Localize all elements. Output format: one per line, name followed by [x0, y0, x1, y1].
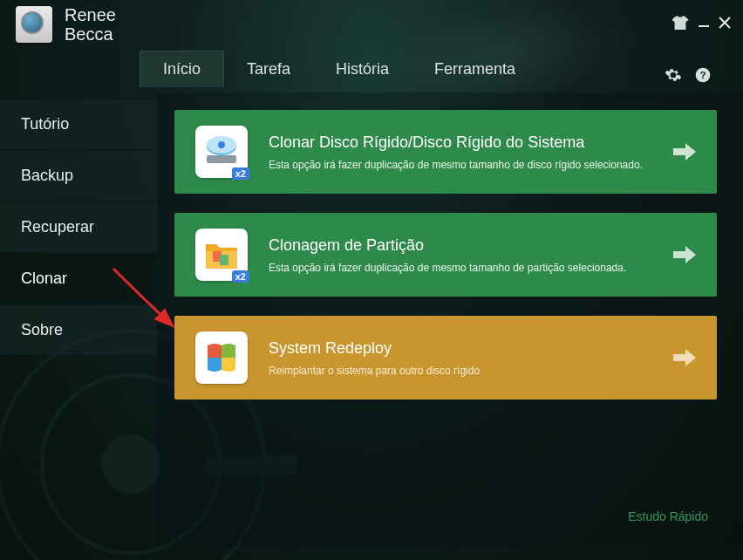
- partition-clone-icon: x2: [195, 229, 248, 281]
- content-area: Tutório Backup Recuperar Clonar Sobre x2: [0, 92, 743, 546]
- skin-icon[interactable]: [671, 16, 689, 33]
- app-title-line2: Becca: [65, 24, 116, 44]
- nav-tab-historia[interactable]: História: [313, 51, 412, 87]
- card-desc: Reimplantar o sistema para outro disco r…: [269, 365, 673, 377]
- card-clone-partition[interactable]: x2 Clonagem de Partição Esta opção irá f…: [174, 213, 717, 297]
- close-button[interactable]: [719, 17, 731, 32]
- sidebar-item-sobre[interactable]: Sobre: [0, 305, 157, 355]
- svg-rect-10: [207, 155, 236, 163]
- app-title-line1: Renee: [65, 5, 116, 24]
- card-clone-disk[interactable]: x2 Clonar Disco Rígido/Disco Rígido do S…: [174, 110, 717, 194]
- card-title: Clonar Disco Rígido/Disco Rígido do Sist…: [269, 133, 673, 152]
- app-logo-icon: [16, 6, 52, 43]
- card-system-redeploy[interactable]: System Redeploy Reimplantar o sistema pa…: [174, 316, 717, 400]
- sidebar-item-clonar[interactable]: Clonar: [0, 254, 157, 304]
- main-nav: Início Tarefa História Ferramenta ?: [0, 51, 743, 87]
- quick-study-link[interactable]: Estudo Rápido: [628, 509, 708, 523]
- title-bar: Renee Becca: [0, 0, 743, 47]
- svg-point-9: [218, 141, 225, 148]
- windows-icon: [195, 331, 248, 384]
- sidebar: Tutório Backup Recuperar Clonar Sobre: [0, 92, 157, 546]
- badge-x2: x2: [232, 167, 249, 180]
- svg-rect-4: [699, 25, 709, 27]
- sidebar-item-recuperar[interactable]: Recuperar: [0, 202, 157, 252]
- sidebar-item-backup[interactable]: Backup: [0, 151, 157, 201]
- svg-text:?: ?: [699, 69, 706, 80]
- window-controls: [671, 16, 731, 33]
- card-title: System Redeploy: [269, 339, 673, 358]
- nav-tab-tarefa[interactable]: Tarefa: [224, 51, 313, 87]
- nav-right-icons: ?: [665, 66, 717, 87]
- main-panel: x2 Clonar Disco Rígido/Disco Rígido do S…: [157, 92, 743, 546]
- card-title: Clonagem de Partição: [269, 236, 673, 255]
- card-text: System Redeploy Reimplantar o sistema pa…: [269, 339, 673, 377]
- disk-clone-icon: x2: [195, 126, 248, 178]
- arrow-right-icon: [673, 143, 696, 160]
- app-window: Renee Becca Início Tarefa História Ferra…: [0, 0, 743, 560]
- help-icon[interactable]: ?: [694, 66, 712, 87]
- card-desc: Esta opção irá fazer duplicação de mesmo…: [269, 262, 673, 274]
- svg-rect-12: [220, 255, 228, 265]
- nav-tab-inicio[interactable]: Início: [140, 51, 224, 87]
- app-title: Renee Becca: [65, 5, 116, 44]
- card-desc: Esta opção irá fazer duplicação de mesmo…: [269, 159, 673, 171]
- card-text: Clonar Disco Rígido/Disco Rígido do Sist…: [269, 133, 673, 171]
- arrow-right-icon: [673, 246, 696, 263]
- card-text: Clonagem de Partição Esta opção irá faze…: [269, 236, 673, 274]
- nav-tab-ferramenta[interactable]: Ferramenta: [412, 51, 538, 87]
- arrow-right-icon: [673, 349, 696, 366]
- settings-icon[interactable]: [665, 66, 682, 87]
- sidebar-item-tutorio[interactable]: Tutório: [0, 99, 157, 149]
- minimize-button[interactable]: [698, 17, 710, 32]
- badge-x2: x2: [232, 270, 249, 283]
